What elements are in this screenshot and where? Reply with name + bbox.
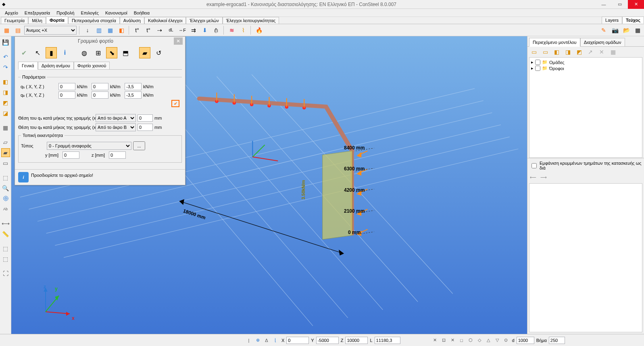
ribbon-tab-serviceability[interactable]: Έλεγχοι λειτουργικότητας: [223, 17, 279, 24]
rp-tab-groups[interactable]: Διαχείριση ομάδων: [580, 38, 625, 46]
info-mode-icon[interactable]: i: [59, 47, 71, 58]
model-tree[interactable]: ▸ 📁 Ομάδες ▸ 📁 Όροφοι: [529, 57, 642, 158]
line-icon[interactable]: ▮: [46, 47, 57, 58]
rp-btn-7[interactable]: ✕: [597, 47, 606, 57]
delta-icon[interactable]: Δ: [263, 336, 271, 344]
measure-icon[interactable]: 📏: [1, 230, 10, 238]
undo-icon[interactable]: ↶: [1, 52, 10, 61]
dialog-tab-general[interactable]: Γενικά: [18, 62, 38, 70]
q1-x-input[interactable]: [58, 83, 75, 90]
snap2-icon[interactable]: ⊡: [440, 336, 448, 344]
curve-icon[interactable]: ↺: [153, 47, 164, 58]
rp-btn-6[interactable]: ↗: [586, 47, 595, 57]
seismic-icon[interactable]: ⌇: [238, 25, 248, 35]
rp-btn-2[interactable]: ▭: [540, 47, 550, 57]
dim-icon[interactable]: ⟷: [1, 219, 10, 228]
ribbon-tab-members[interactable]: Μέλη: [28, 17, 46, 24]
ribbon-tab-memberchecks[interactable]: Έλεγχοι μελών: [186, 17, 222, 24]
snap8-icon[interactable]: ▽: [493, 336, 501, 344]
fit-icon[interactable]: ⛶: [1, 269, 10, 278]
menu-help[interactable]: Βοήθεια: [131, 10, 153, 16]
fire-icon[interactable]: 🔥: [254, 25, 264, 35]
q2-y-input[interactable]: [92, 91, 108, 99]
show1-icon[interactable]: ⬚: [1, 173, 10, 182]
snap4-icon[interactable]: □: [458, 336, 466, 344]
ribbon-tab-geometry[interactable]: Γεωμετρία: [1, 17, 28, 24]
d-input[interactable]: [517, 337, 534, 344]
ecc-y-input[interactable]: [63, 151, 79, 159]
ribbon-tab-globalchecks[interactable]: Καθολικοί έλεγχοι: [144, 17, 186, 24]
ribbon-tab-finite[interactable]: Πεπερασμένα στοιχεία: [68, 17, 120, 24]
f-icon[interactable]: ↔F: [177, 25, 187, 35]
temp2-icon[interactable]: t°: [144, 25, 153, 35]
temp-icon[interactable]: t°: [132, 25, 142, 35]
ab-icon[interactable]: Ab: [1, 205, 10, 213]
minimize-button[interactable]: —: [596, 0, 612, 9]
q1-z-input[interactable]: [125, 83, 142, 90]
show3-icon[interactable]: 🞋: [1, 194, 10, 203]
settle-icon[interactable]: ⬇: [200, 25, 210, 35]
q1-y-input[interactable]: [92, 83, 108, 90]
axis-icon[interactable]: ⌊: [271, 336, 279, 344]
menu-file[interactable]: Αρχείο: [2, 10, 21, 16]
pos-q2-select[interactable]: Από το άκρο Β: [96, 123, 136, 131]
y-input[interactable]: [316, 337, 339, 344]
view-front-icon[interactable]: ◩: [1, 98, 10, 107]
step-input[interactable]: [549, 337, 565, 344]
sel2-icon[interactable]: ⬚: [1, 255, 10, 263]
snap3-icon[interactable]: ✕: [449, 336, 457, 344]
moving-icon[interactable]: ⫛: [211, 25, 221, 35]
nav-back-icon[interactable]: ⟵: [529, 174, 537, 181]
snap9-icon[interactable]: ⊙: [502, 336, 510, 344]
tree-label-floors[interactable]: Όροφοι: [549, 66, 564, 71]
edge-icon[interactable]: ▰: [139, 47, 150, 58]
view-top-icon[interactable]: ◨: [1, 88, 10, 97]
dialog-tab-snow[interactable]: Φορτίο χιονιού: [74, 62, 110, 69]
menu-view[interactable]: Προβολή: [53, 10, 77, 16]
ribbon-tab-loads[interactable]: Φορτία: [46, 17, 68, 24]
line-load-icon[interactable]: ▥: [94, 25, 104, 35]
edit-icon[interactable]: ✎: [599, 25, 609, 35]
menu-edit[interactable]: Επεξεργασία: [21, 10, 53, 16]
wind-icon[interactable]: ≋: [227, 25, 237, 35]
apply-icon[interactable]: ✔: [18, 47, 29, 58]
load-transfer-icon[interactable]: ◧: [117, 25, 126, 35]
folder-icon[interactable]: 📂: [621, 25, 631, 35]
tree-checkbox-floors[interactable]: [535, 66, 540, 71]
surface-load-icon[interactable]: ▦: [105, 25, 115, 35]
loadcases-icon[interactable]: ▦: [2, 25, 11, 35]
view-iso-icon[interactable]: ◧: [1, 77, 10, 86]
q2-z-input[interactable]: [125, 91, 142, 99]
close-button[interactable]: ✕: [628, 0, 644, 9]
dialog-close-button[interactable]: ✕: [174, 37, 183, 45]
pick-icon[interactable]: ↖: [32, 47, 43, 58]
snap1-icon[interactable]: ✕: [431, 336, 439, 344]
grid-icon[interactable]: ▦: [633, 25, 642, 35]
maximize-button[interactable]: ▭: [612, 0, 628, 9]
globe-small-icon[interactable]: ⊕: [254, 336, 262, 344]
tree-toggle-icon[interactable]: ▸: [531, 60, 534, 65]
snap7-icon[interactable]: △: [484, 336, 492, 344]
tree-checkbox-groups[interactable]: [535, 60, 540, 65]
tension-icon[interactable]: ⇉: [189, 25, 198, 35]
snap5-icon[interactable]: ⬡: [467, 336, 475, 344]
save-icon[interactable]: 💾: [1, 38, 10, 47]
point-load-icon[interactable]: ↓: [83, 25, 92, 35]
dl-icon[interactable]: dL: [166, 25, 176, 35]
loadcase-combo[interactable]: Άνεμος +X: [24, 26, 77, 35]
ribbon-tab-report[interactable]: Τεύχος: [622, 17, 644, 24]
ecc-browse-button[interactable]: ...: [133, 141, 145, 150]
3d-viewport[interactable]: 18000 mm 3.50kN/m 8400 mm 6300 mm 4200 m…: [11, 36, 527, 334]
link-toggle[interactable]: ✔: [171, 100, 179, 107]
rp-btn-5[interactable]: ◩: [574, 47, 584, 57]
q2-x-input[interactable]: [58, 91, 75, 99]
show2-icon[interactable]: 🔍: [1, 184, 10, 193]
project-icon[interactable]: ⬒: [120, 47, 131, 58]
pos-q2-input[interactable]: [138, 124, 153, 131]
globe-icon[interactable]: ◍: [79, 47, 90, 58]
rp-btn-1[interactable]: ▭: [529, 47, 539, 57]
sel1-icon[interactable]: ⬚: [1, 244, 10, 253]
loadgroups-icon[interactable]: ▤: [13, 25, 23, 35]
rp-btn-3[interactable]: ◧: [552, 47, 561, 57]
ribbon-tab-layers[interactable]: Layers: [602, 17, 622, 24]
